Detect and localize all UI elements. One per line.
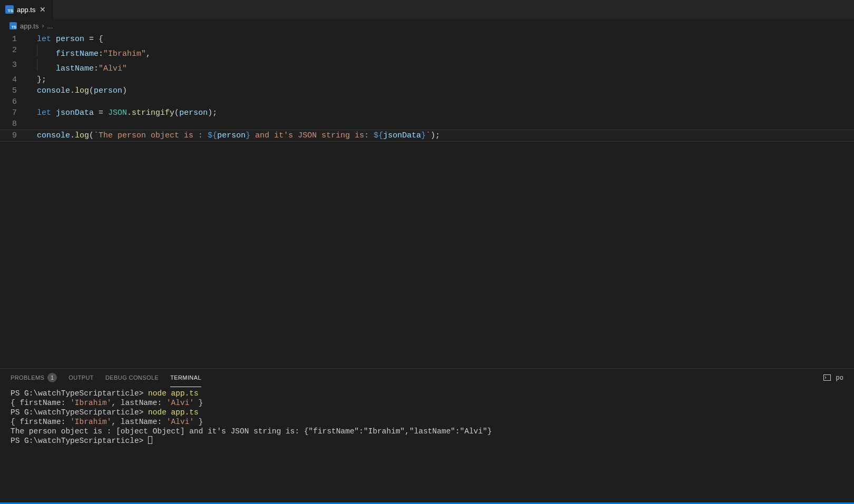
tab-debug-console[interactable]: DEBUG CONSOLE bbox=[105, 369, 159, 387]
code-content: console.log(person) bbox=[27, 85, 854, 96]
tab-output[interactable]: OUTPUT bbox=[68, 369, 94, 387]
code-line[interactable]: 9 console.log(`The person object is : ${… bbox=[0, 130, 854, 142]
line-number: 6 bbox=[0, 96, 27, 107]
line-number: 5 bbox=[0, 85, 27, 96]
tab-problems[interactable]: PROBLEMS 1 bbox=[11, 369, 57, 387]
code-line[interactable]: 5 console.log(person) bbox=[0, 85, 854, 96]
tab-filename: app.ts bbox=[17, 6, 35, 14]
code-content: let person = { bbox=[27, 34, 854, 45]
line-number: 4 bbox=[0, 74, 27, 85]
code-line[interactable]: 1 let person = { bbox=[0, 34, 854, 45]
terminal-line: { firstName: 'Ibrahim', lastName: 'Alvi'… bbox=[11, 398, 843, 408]
code-content bbox=[27, 96, 854, 107]
line-number: 8 bbox=[0, 118, 27, 130]
tab-problems-label: PROBLEMS bbox=[11, 374, 44, 381]
code-content: let jsonData = JSON.stringify(person); bbox=[27, 107, 854, 118]
code-line[interactable]: 7 let jsonData = JSON.stringify(person); bbox=[0, 107, 854, 118]
breadcrumb-rest[interactable]: ... bbox=[47, 22, 53, 30]
tab-bar: TS app.ts ✕ bbox=[0, 0, 854, 19]
ts-file-icon: TS bbox=[5, 5, 14, 14]
code-line[interactable]: 8 bbox=[0, 118, 854, 130]
code-line[interactable]: 2 firstName:"Ibrahim", bbox=[0, 45, 854, 60]
panel-right-controls: po bbox=[822, 373, 843, 382]
panel-right-label: po bbox=[836, 374, 843, 381]
line-number: 7 bbox=[0, 107, 27, 118]
close-tab-icon[interactable]: ✕ bbox=[38, 5, 47, 14]
code-line[interactable]: 6 bbox=[0, 96, 854, 107]
tab-output-label: OUTPUT bbox=[68, 374, 94, 381]
editor-area: 1 let person = {2 firstName:"Ibrahim",3 … bbox=[0, 33, 854, 502]
terminal[interactable]: PS G:\watchTypeScriptarticle> node app.t… bbox=[0, 387, 854, 502]
code-content: lastName:"Alvi" bbox=[27, 60, 854, 74]
code-content: }; bbox=[27, 74, 854, 85]
code-content: firstName:"Ibrahim", bbox=[27, 45, 854, 60]
line-number: 2 bbox=[0, 45, 27, 60]
tab-terminal[interactable]: TERMINAL bbox=[170, 369, 201, 387]
code-line[interactable]: 4 }; bbox=[0, 74, 854, 85]
bottom-panel: PROBLEMS 1 OUTPUT DEBUG CONSOLE TERMINAL bbox=[0, 368, 854, 502]
ts-file-icon: TS bbox=[9, 22, 17, 29]
code-content bbox=[27, 118, 854, 130]
line-number: 1 bbox=[0, 34, 27, 45]
terminal-cursor bbox=[148, 436, 152, 444]
tab-terminal-label: TERMINAL bbox=[170, 374, 201, 381]
panel-tabs: PROBLEMS 1 OUTPUT DEBUG CONSOLE TERMINAL bbox=[0, 369, 854, 387]
terminal-line: PS G:\watchTypeScriptarticle> bbox=[11, 436, 843, 446]
line-number: 9 bbox=[0, 130, 27, 141]
code-editor[interactable]: 1 let person = {2 firstName:"Ibrahim",3 … bbox=[0, 33, 854, 368]
chevron-right-icon: › bbox=[42, 22, 44, 29]
breadcrumb: TS app.ts › ... bbox=[0, 19, 854, 33]
terminal-line: PS G:\watchTypeScriptarticle> node app.t… bbox=[11, 389, 843, 398]
code-content: console.log(`The person object is : ${pe… bbox=[27, 130, 854, 141]
problems-count-badge: 1 bbox=[47, 373, 57, 382]
svg-rect-0 bbox=[823, 375, 830, 381]
code-line[interactable]: 3 lastName:"Alvi" bbox=[0, 60, 854, 74]
terminal-line: PS G:\watchTypeScriptarticle> node app.t… bbox=[11, 408, 843, 417]
line-number: 3 bbox=[0, 60, 27, 74]
breadcrumb-file[interactable]: app.ts bbox=[20, 22, 38, 30]
terminal-launch-icon[interactable] bbox=[822, 373, 832, 382]
terminal-line: The person object is : [object Object] a… bbox=[11, 427, 843, 436]
tab-debug-label: DEBUG CONSOLE bbox=[105, 374, 159, 381]
editor-tab-app-ts[interactable]: TS app.ts ✕ bbox=[0, 0, 53, 19]
terminal-line: { firstName: 'Ibrahim', lastName: 'Alvi'… bbox=[11, 417, 843, 427]
